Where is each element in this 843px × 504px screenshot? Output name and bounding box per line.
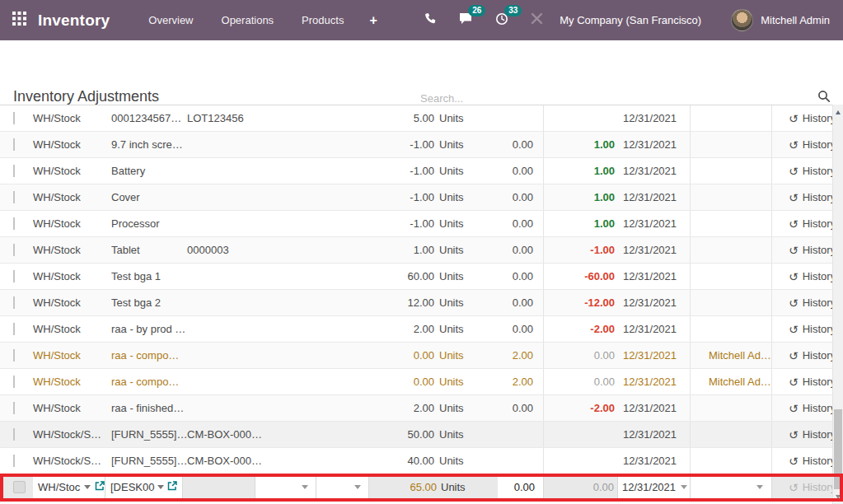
history-button[interactable]: ↺ History — [772, 402, 832, 414]
uom-cell[interactable]: Units — [434, 191, 499, 203]
uom-cell[interactable]: Units — [434, 349, 499, 362]
user-cell[interactable] — [691, 422, 772, 447]
onhand-qty-cell[interactable]: -1.00 — [356, 138, 434, 151]
avatar[interactable] — [731, 9, 753, 31]
onhand-qty-cell[interactable]: -1.00 — [356, 165, 434, 177]
uom-cell[interactable]: Units — [434, 165, 499, 177]
onhand-qty-cell[interactable]: 12.00 — [356, 296, 434, 309]
table-row[interactable]: WH/Stock Tablet 0000003 1.00 Units 0.00 … — [0, 237, 832, 264]
uom-cell[interactable]: Units — [434, 217, 499, 230]
product-cell[interactable]: raa - compo… — [111, 349, 187, 362]
history-button[interactable]: ↺ History — [772, 323, 832, 335]
lot-serial-cell[interactable]: CM-BOX-000… — [187, 455, 269, 467]
uom-cell[interactable]: Units — [434, 455, 499, 467]
tools-button[interactable] — [531, 12, 543, 28]
onhand-qty-cell[interactable]: 2.00 — [356, 402, 434, 414]
location-cell[interactable]: WH/Stock — [33, 217, 111, 230]
scheduled-date-cell[interactable]: 12/31/2021 — [618, 422, 691, 447]
search-input[interactable] — [419, 91, 817, 105]
history-button[interactable]: ↺ History — [772, 138, 832, 151]
menu-plus-button[interactable]: + — [369, 13, 377, 28]
history-button[interactable]: ↺ History — [772, 428, 832, 441]
location-cell[interactable]: WH/Stock — [33, 376, 111, 388]
dropdown-caret-icon[interactable] — [157, 485, 164, 489]
edit-product-cell[interactable]: [DESK00 — [105, 474, 183, 500]
table-row[interactable]: WH/Stock raa - by prod … 2.00 Units 0.00… — [0, 316, 832, 343]
search-icon[interactable] — [817, 90, 831, 106]
scrollbar-thumb[interactable] — [834, 409, 842, 489]
location-cell[interactable]: WH/Stock — [33, 323, 111, 335]
product-cell[interactable]: Test bga 2 — [111, 296, 187, 309]
row-checkbox[interactable] — [13, 244, 15, 256]
app-name[interactable]: Inventory — [38, 12, 110, 30]
uom-cell[interactable]: Units — [434, 244, 499, 256]
user-cell[interactable] — [691, 184, 772, 210]
scheduled-date-cell[interactable]: 12/31/2021 — [618, 264, 691, 289]
row-checkbox[interactable] — [13, 323, 15, 335]
table-row[interactable]: WH/Stock/S… [FURN_5555]… CM-BOX-000… 40.… — [0, 448, 832, 474]
edit-counted-qty-input[interactable]: 0.00 — [498, 474, 544, 500]
onhand-qty-cell[interactable]: 60.00 — [356, 270, 434, 282]
activities-button[interactable]: 33 — [495, 12, 508, 29]
menu-overview[interactable]: Overview — [148, 14, 193, 26]
user-cell[interactable] — [691, 132, 772, 157]
uom-cell[interactable]: Units — [434, 296, 499, 309]
history-button[interactable]: ↺ History — [772, 165, 832, 177]
location-cell[interactable]: WH/Stock — [33, 296, 111, 309]
location-cell[interactable]: WH/Stock — [33, 270, 111, 282]
row-checkbox[interactable] — [13, 270, 15, 282]
counted-qty-cell[interactable]: 0.00 — [499, 395, 544, 421]
table-row[interactable]: WH/Stock Battery -1.00 Units 0.00 1.00 1… — [0, 158, 832, 184]
counted-qty-cell[interactable]: 2.00 — [499, 343, 544, 368]
user-cell[interactable] — [691, 105, 772, 131]
scheduled-date-cell[interactable]: 12/31/2021 — [618, 237, 691, 263]
scheduled-date-cell[interactable]: 12/31/2021 — [618, 343, 691, 368]
table-row[interactable]: WH/Stock raa - compo… 0.00 Units 2.00 0.… — [0, 369, 832, 395]
product-cell[interactable]: Cover — [111, 191, 187, 203]
scheduled-date-cell[interactable]: 12/31/2021 — [618, 369, 691, 394]
counted-qty-cell[interactable]: 0.00 — [499, 237, 544, 263]
uom-cell[interactable]: Units — [434, 270, 499, 282]
uom-cell[interactable]: Units — [434, 112, 499, 124]
phone-button[interactable] — [424, 12, 437, 28]
user-cell[interactable] — [691, 237, 772, 263]
location-cell[interactable]: WH/Stock — [33, 402, 111, 414]
scheduled-date-cell[interactable]: 12/31/2021 — [618, 132, 691, 157]
table-row[interactable]: WH/Stock Test bga 1 60.00 Units 0.00 -60… — [0, 264, 832, 290]
onhand-qty-cell[interactable]: -1.00 — [356, 191, 434, 203]
counted-qty-cell[interactable]: 0.00 — [499, 290, 544, 315]
table-row[interactable]: WH/Stock/S… [FURN_5555]… CM-BOX-000… 50.… — [0, 422, 832, 448]
counted-qty-cell[interactable] — [499, 105, 544, 131]
dropdown-caret-icon[interactable] — [681, 485, 687, 489]
history-button[interactable]: ↺ History — [772, 217, 832, 230]
counted-qty-cell[interactable]: 0.00 — [499, 264, 544, 289]
scroll-down-arrow-icon[interactable] — [833, 491, 843, 502]
location-cell[interactable]: WH/Stock — [33, 138, 111, 151]
scheduled-date-cell[interactable]: 12/31/2021 — [618, 395, 691, 421]
scroll-up-arrow-icon[interactable] — [833, 106, 843, 118]
table-row[interactable]: WH/Stock Cover -1.00 Units 0.00 1.00 12/… — [0, 184, 832, 211]
history-button[interactable]: ↺ History — [772, 455, 832, 467]
onhand-qty-cell[interactable]: 1.00 — [356, 244, 434, 256]
product-cell[interactable]: 9.7 inch scre… — [111, 138, 187, 151]
row-checkbox[interactable] — [13, 349, 15, 362]
table-row[interactable]: WH/Stock 0001234567… LOT123456 5.00 Unit… — [0, 105, 832, 132]
uom-cell[interactable]: Units — [434, 428, 499, 441]
row-checkbox[interactable] — [13, 481, 26, 493]
scheduled-date-cell[interactable]: 12/31/2021 — [618, 316, 691, 342]
scheduled-date-cell[interactable]: 12/31/2021 — [618, 211, 691, 236]
scheduled-date-cell[interactable]: 12/31/2021 — [618, 184, 691, 210]
scheduled-date-cell[interactable]: 12/31/2021 — [618, 448, 691, 474]
product-cell[interactable]: [FURN_5555]… — [111, 428, 187, 441]
scheduled-date-cell[interactable]: 12/31/2021 — [618, 105, 691, 131]
row-checkbox[interactable] — [13, 138, 15, 151]
dropdown-caret-icon[interactable] — [354, 485, 361, 489]
onhand-qty-cell[interactable]: 0.00 — [356, 376, 434, 388]
history-button[interactable]: ↺ History — [772, 191, 832, 203]
uom-cell[interactable]: Units — [434, 138, 499, 151]
location-cell[interactable]: WH/Stock — [33, 112, 111, 124]
product-cell[interactable]: raa - finished… — [111, 402, 187, 414]
company-switcher[interactable]: My Company (San Francisco) — [560, 14, 701, 26]
history-button-disabled[interactable]: ↺ History — [772, 474, 832, 500]
row-checkbox[interactable] — [13, 165, 15, 177]
